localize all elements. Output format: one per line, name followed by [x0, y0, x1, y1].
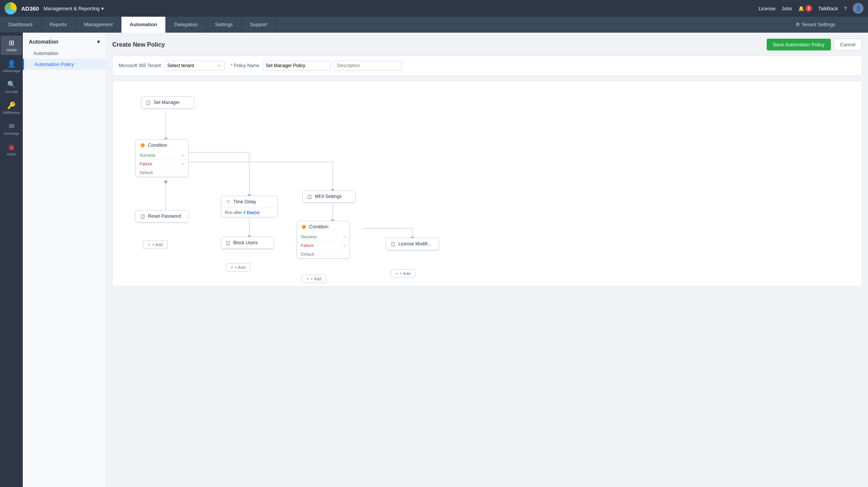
- time-delay-header: ⏱ Time Delay: [221, 196, 277, 208]
- page-header: Create New Policy Save Automation Policy…: [112, 39, 862, 50]
- mfa-settings-label: MFA Settings: [315, 194, 342, 199]
- tenant-select[interactable]: Select tenant: [164, 61, 225, 71]
- cancel-button[interactable]: Cancel: [834, 39, 862, 50]
- topbar: AD360 Management & Reporting ▾ License J…: [0, 0, 868, 17]
- condition2-label: Condition: [309, 224, 329, 229]
- block-users-label: Block Users: [233, 240, 258, 245]
- sidebar-item-ad360[interactable]: ⊞ AD360: [1, 36, 22, 55]
- condition1-failure: Failure ●: [136, 160, 188, 168]
- sidebar-item-selfservice[interactable]: 🔑 SelfService: [1, 98, 22, 118]
- reset-password-icon: 📋: [140, 213, 146, 219]
- plus-icon-3: +: [307, 276, 309, 281]
- time-delay-node[interactable]: ⏱ Time Delay Run after 1 Day(s): [221, 196, 278, 217]
- tab-reports[interactable]: Reports: [41, 17, 76, 33]
- add-button-3[interactable]: + + Add: [302, 275, 326, 283]
- policy-form: Microsoft 365 Tenant Select tenant * Pol…: [112, 56, 862, 75]
- grid-icon: ⊞: [9, 39, 14, 47]
- add-button-3-container: + + Add: [302, 275, 326, 283]
- condition1-default: Default: [136, 168, 188, 177]
- jobs-link[interactable]: Jobs: [782, 6, 792, 11]
- sidebar-item-adaudit[interactable]: 🔍 ADAudit: [1, 77, 22, 97]
- main-layout: ⊞ AD360 👤 ADManager 🔍 ADAudit 🔑 SelfServ…: [0, 33, 868, 487]
- key-icon: 🔑: [7, 101, 16, 110]
- policy-name-label: * Policy Name: [231, 63, 259, 68]
- icon-bar: ⊞ AD360 👤 ADManager 🔍 ADAudit 🔑 SelfServ…: [0, 33, 23, 487]
- plus-icon-4: +: [396, 271, 398, 276]
- set-manager-header: 📋 Set Manager: [142, 97, 194, 108]
- add-button-4[interactable]: + + Add: [391, 269, 415, 278]
- page-title: Create New Policy: [112, 41, 165, 48]
- avatar[interactable]: 👤: [853, 3, 863, 14]
- reset-password-header: 📋 Reset Password: [136, 211, 188, 222]
- sidebar-item-admanager[interactable]: 👤 ADManager: [1, 57, 22, 76]
- condition2-node[interactable]: 🔶 Condition Success ● Failure ● Default: [297, 221, 350, 259]
- reset-password-node[interactable]: 📋 Reset Password: [135, 210, 189, 223]
- tab-support[interactable]: Support: [241, 17, 276, 33]
- notification-area[interactable]: 🔔 3: [798, 5, 812, 12]
- brand-name: AD360: [21, 5, 39, 12]
- mgmt-dropdown[interactable]: Management & Reporting ▾: [44, 6, 104, 11]
- set-manager-label: Set Manager: [154, 100, 180, 105]
- connectors-svg: [120, 89, 854, 278]
- add-button-4-container: + + Add: [391, 269, 415, 278]
- condition1-header: 🔶 Condition: [136, 140, 188, 151]
- sidebar-item-automation[interactable]: Automation: [23, 48, 106, 59]
- sidebar-header[interactable]: Automation ▾: [23, 36, 106, 48]
- bell-icon: 🔔: [798, 6, 804, 11]
- time-delay-label: Time Delay: [233, 199, 256, 204]
- sidebar-item-m365[interactable]: ▣ M365: [1, 140, 22, 159]
- license-link[interactable]: License: [758, 6, 775, 11]
- set-manager-icon: 📋: [145, 99, 151, 105]
- tenant-label: Microsoft 365 Tenant: [119, 63, 161, 68]
- condition1-label: Condition: [148, 143, 167, 148]
- block-users-node[interactable]: 📋 Block Users: [221, 237, 274, 249]
- help-icon[interactable]: ?: [844, 6, 847, 11]
- mfa-settings-icon: 📋: [307, 193, 313, 200]
- topbar-right: License Jobs 🔔 3 TalkBack ? 👤: [758, 3, 863, 14]
- tab-management[interactable]: Management: [75, 17, 121, 33]
- chevron-icon: ▾: [97, 39, 100, 45]
- condition1-node[interactable]: 🔶 Condition Success ● Failure ● Default: [135, 139, 189, 177]
- time-delay-body: Run after 1 Day(s): [221, 208, 277, 217]
- sidebar: Automation ▾ Automation Automation Polic…: [23, 33, 106, 487]
- set-manager-node[interactable]: 📋 Set Manager: [141, 96, 194, 109]
- block-users-icon: 📋: [225, 240, 231, 246]
- tab-delegation[interactable]: Delegation: [166, 17, 206, 33]
- flow-canvas: 📋 Set Manager 🔶 Condition Success ●: [112, 81, 862, 286]
- chevron-down-icon: ▾: [101, 6, 104, 11]
- condition2-header: 🔶 Condition: [297, 221, 349, 233]
- add-button-2[interactable]: + + Add: [226, 263, 250, 272]
- policy-name-group: * Policy Name: [231, 61, 402, 71]
- mfa-settings-node[interactable]: 📋 MFA Settings: [302, 190, 355, 203]
- plus-icon-2: +: [231, 265, 233, 270]
- time-delay-icon: ⏱: [225, 199, 231, 205]
- condition2-default: Default: [297, 250, 349, 258]
- sidebar-item-exchange[interactable]: ✉ Exchange: [1, 119, 22, 138]
- add-button-1[interactable]: + + Add: [143, 240, 168, 249]
- mail-icon: ✉: [9, 122, 14, 130]
- condition1-success: Success ●: [136, 151, 188, 160]
- tab-dashboard[interactable]: Dashboard: [0, 17, 41, 33]
- talkback-link[interactable]: TalkBack: [818, 6, 838, 11]
- tab-settings[interactable]: Settings: [206, 17, 241, 33]
- search-icon: 🔍: [7, 80, 16, 89]
- tab-automation[interactable]: Automation: [121, 17, 166, 33]
- condition2-success: Success ●: [297, 233, 349, 241]
- notification-badge: 3: [805, 5, 812, 12]
- add-button-1-container: + + Add: [143, 240, 168, 249]
- policy-name-input[interactable]: [263, 61, 331, 71]
- plus-icon-1: +: [148, 242, 150, 247]
- topbar-left: AD360 Management & Reporting ▾: [5, 2, 104, 14]
- reset-password-label: Reset Password: [148, 214, 181, 219]
- logo-icon: [5, 2, 17, 14]
- mfa-settings-header: 📋 MFA Settings: [303, 191, 355, 203]
- sidebar-item-automation-policy[interactable]: Automation Policy: [23, 59, 106, 70]
- tenant-settings-button[interactable]: ⚙ Tenant Settings: [789, 22, 841, 27]
- license-modifi-node[interactable]: 📋 License Modifi...: [386, 238, 439, 250]
- condition1-icon: 🔶: [140, 142, 146, 148]
- license-modifi-label: License Modifi...: [398, 241, 431, 247]
- save-automation-policy-button[interactable]: Save Automation Policy: [767, 39, 831, 50]
- condition2-icon: 🔶: [301, 224, 307, 230]
- description-input[interactable]: [334, 61, 402, 71]
- admanager-icon: 👤: [7, 60, 16, 68]
